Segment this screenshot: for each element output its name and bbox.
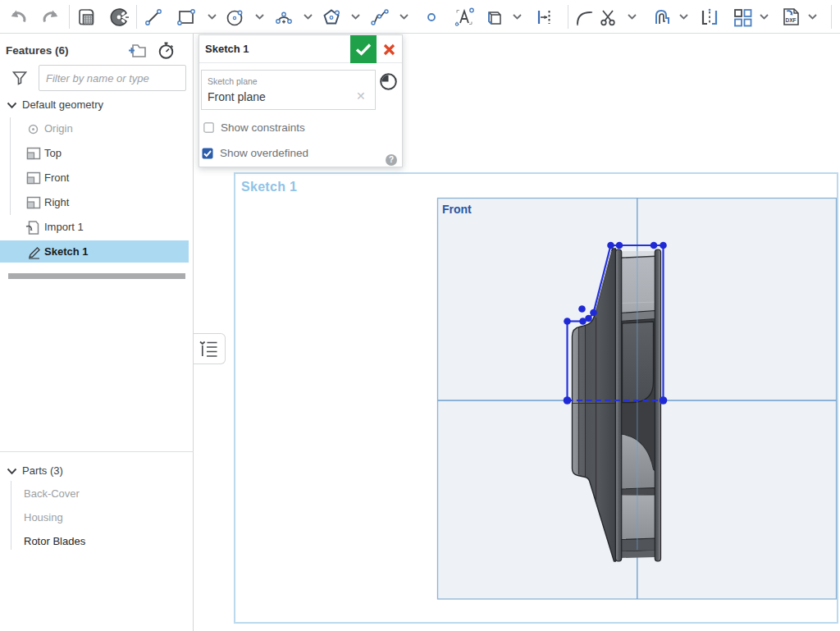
circle-tool-button[interactable] (225, 0, 246, 34)
trim-dropdown[interactable] (626, 0, 637, 34)
toolbar-separator (69, 5, 70, 29)
shroud-wall-left (616, 249, 622, 561)
channel-upper-cavity (621, 257, 656, 313)
tree-item-label: Origin (44, 122, 73, 135)
rollback-history-button[interactable] (157, 41, 176, 63)
offset-dropdown[interactable] (678, 0, 689, 34)
show-constraints-label: Show constraints (221, 121, 305, 134)
tree-item-label: Right (44, 196, 69, 208)
plane-icon (26, 171, 41, 185)
chevron-down-icon (679, 14, 688, 20)
import-icon (25, 220, 40, 235)
undo-button[interactable] (7, 0, 29, 34)
fillet-tool-button[interactable] (574, 0, 596, 34)
clear-selection-icon[interactable]: ✕ (356, 90, 366, 102)
sketch-point[interactable] (564, 318, 571, 325)
sketch-rollback-clock-button[interactable] (379, 72, 398, 91)
line-tool-button[interactable] (143, 0, 164, 34)
tree-item-import-1[interactable]: Import 1 (0, 216, 189, 239)
dialog-header[interactable]: Sketch 1 (199, 35, 402, 63)
pattern-tool-button[interactable] (731, 0, 754, 34)
sketch-point[interactable] (590, 309, 597, 317)
polygon-tool-button[interactable] (321, 0, 342, 34)
cancel-button[interactable] (377, 35, 402, 63)
dialog-title: Sketch 1 (205, 43, 249, 55)
text-tool-button[interactable] (453, 0, 476, 34)
text-tool-icon (453, 6, 476, 29)
accept-button[interactable] (350, 35, 377, 63)
polygon-dropdown[interactable] (349, 0, 361, 34)
tree-item-sketch-1[interactable]: Sketch 1 (0, 240, 189, 263)
polygon-tool-icon (321, 7, 342, 28)
use-project-icon (76, 7, 97, 27)
help-icon[interactable]: ? (386, 154, 397, 166)
show-constraints-row[interactable]: Show constraints (203, 121, 305, 134)
undo-icon (8, 7, 28, 27)
rectangle-dropdown[interactable] (206, 0, 217, 34)
mirror-tool-button[interactable] (698, 0, 721, 34)
chevron-down-icon (760, 14, 769, 20)
front-plane-label: Front (442, 203, 472, 216)
chevron-down-icon (351, 14, 360, 20)
trim-tool-button[interactable] (597, 0, 619, 34)
convert-box-icon (482, 7, 504, 28)
offset-tool-button[interactable] (652, 0, 673, 34)
sketch-point[interactable] (607, 242, 614, 249)
checkbox-checked-icon[interactable] (202, 148, 213, 159)
offset-tool-icon (652, 7, 673, 28)
rectangle-tool-button[interactable] (176, 0, 197, 34)
chevron-down-icon (7, 468, 17, 475)
tree-group-default-geometry[interactable]: Default geometry (0, 94, 189, 117)
sketch-point[interactable] (616, 242, 623, 249)
sketch-point[interactable] (660, 396, 668, 405)
spline-dropdown[interactable] (398, 0, 409, 34)
sketch-point[interactable] (579, 318, 587, 325)
pattern-tool-icon (731, 6, 754, 29)
point-tool-button[interactable] (422, 0, 441, 34)
sketch-point[interactable] (660, 242, 667, 249)
convert-box-button[interactable] (482, 0, 504, 34)
chevron-down-icon (399, 14, 409, 20)
tree-item-right-plane[interactable]: Right (0, 191, 189, 214)
sketch-point[interactable] (651, 242, 658, 249)
tree-item-top-plane[interactable]: Top (0, 142, 189, 165)
intersect-button[interactable] (108, 0, 130, 34)
add-folder-button[interactable] (127, 42, 147, 62)
parts-group-header[interactable]: Parts (3) (0, 460, 189, 482)
parts-item-back-cover[interactable]: Back-Cover (0, 482, 189, 505)
insert-dxf-button[interactable]: DXF (779, 0, 802, 34)
parts-item-label: Back-Cover (24, 487, 80, 500)
pattern-dropdown[interactable] (758, 0, 769, 34)
use-project-button[interactable] (75, 0, 97, 34)
mirror-tool-icon (698, 6, 721, 29)
circle-dropdown[interactable] (253, 0, 265, 34)
tree-item-label: Front (44, 171, 69, 184)
rollback-bar[interactable] (8, 273, 185, 279)
sketch-point[interactable] (578, 305, 586, 313)
parts-item-housing[interactable]: Housing (0, 506, 189, 529)
dimension-tool-button[interactable] (533, 0, 555, 34)
parts-item-rotor-blades[interactable]: Rotor Blades (0, 530, 189, 553)
sketch-plane-field[interactable]: Sketch plane Front plane ✕ (201, 70, 376, 110)
feature-list-icon (199, 339, 220, 359)
show-overdefined-row[interactable]: Show overdefined (202, 147, 308, 159)
chevron-down-icon (808, 14, 817, 20)
spline-tool-button[interactable] (369, 0, 390, 34)
convert-dropdown[interactable] (511, 0, 523, 34)
sketch-plane-field-value: Front plane (208, 90, 266, 103)
dxf-dropdown[interactable] (806, 0, 818, 34)
stopwatch-icon (157, 41, 176, 60)
tree-item-label: Import 1 (44, 221, 84, 233)
filter-input[interactable] (39, 65, 186, 91)
panel-collapse-handle[interactable] (194, 333, 226, 364)
tree-item-origin[interactable]: Origin (0, 117, 189, 140)
sketch-point[interactable] (564, 396, 572, 405)
sketch-pencil-icon (27, 246, 41, 259)
redo-button[interactable] (40, 0, 62, 34)
checkbox-unchecked-icon[interactable] (203, 122, 214, 133)
tree-item-front-plane[interactable]: Front (0, 167, 189, 190)
filter-button[interactable] (11, 70, 28, 89)
arc-dropdown[interactable] (302, 0, 313, 34)
arc-tool-button[interactable] (273, 0, 294, 34)
chevron-down-icon (7, 102, 17, 109)
